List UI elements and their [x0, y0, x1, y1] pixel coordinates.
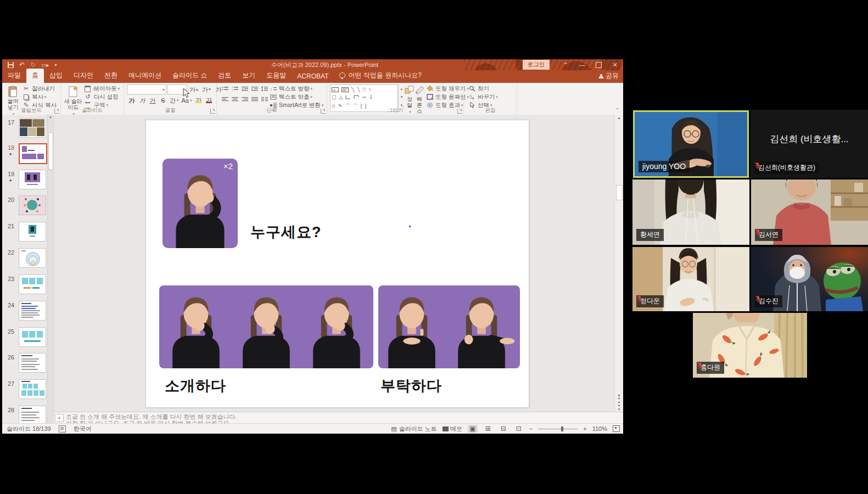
- memo-toggle-button[interactable]: 메모: [443, 425, 462, 433]
- notes-toggle-button[interactable]: ▤슬라이드 노트: [391, 425, 436, 433]
- scroll-thumb[interactable]: [616, 185, 623, 200]
- slide-question-text[interactable]: 누구세요?: [250, 222, 322, 242]
- zoom-in-button[interactable]: +: [583, 425, 586, 432]
- highlight-color-button[interactable]: 가: [194, 96, 204, 105]
- thumbnail-row-18[interactable]: 18 ★: [2, 143, 53, 169]
- font-color-button[interactable]: 가: [204, 96, 214, 105]
- save-icon[interactable]: [8, 62, 14, 68]
- proofing-icon[interactable]: [59, 425, 66, 433]
- next-slide-icon[interactable]: ▼▼: [618, 404, 621, 411]
- collapse-ribbon-icon[interactable]: ⌃: [615, 107, 620, 113]
- font-dialog-launcher[interactable]: [210, 109, 215, 114]
- tab-transitions[interactable]: 전환: [99, 69, 123, 83]
- thumbnail-preview-24[interactable]: [19, 301, 46, 321]
- previous-slide-icon[interactable]: ▲▲: [618, 396, 621, 403]
- thumbnail-row-23[interactable]: 23: [2, 274, 53, 300]
- share-button[interactable]: 공유: [599, 71, 619, 81]
- thumbnail-preview-26[interactable]: [19, 353, 46, 373]
- tab-design[interactable]: 디자인: [68, 69, 99, 83]
- fit-slide-button[interactable]: [613, 425, 620, 432]
- thumbnail-preview-25[interactable]: [19, 327, 46, 347]
- video-tile-jeongdawoon[interactable]: 정다운: [632, 247, 749, 311]
- align-text-button[interactable]: 텍스트 맞춤▾: [268, 93, 324, 101]
- replace-button[interactable]: 가바꾸기▾: [467, 93, 499, 101]
- login-button[interactable]: 로그인: [523, 60, 550, 70]
- align-right-icon[interactable]: [240, 96, 249, 103]
- bullets-icon[interactable]: [221, 85, 229, 92]
- clipboard-dialog-launcher[interactable]: [54, 109, 59, 114]
- thumbnail-preview-27[interactable]: [19, 379, 46, 399]
- tab-help[interactable]: 도움말: [261, 69, 292, 83]
- video-tile-kimsunhee[interactable]: 김선희 (비호생활... 김선희(비호생활관): [751, 110, 868, 178]
- video-tile-hongdawon[interactable]: 홍다원: [693, 313, 807, 378]
- thumb-scroll-up-icon[interactable]: ▲: [48, 115, 53, 119]
- italic-button[interactable]: 가: [137, 96, 147, 105]
- line-spacing-icon[interactable]: [260, 85, 268, 92]
- zoom-level[interactable]: 110%: [592, 425, 607, 432]
- thumbnail-preview-21[interactable]: [19, 222, 46, 242]
- layout-button[interactable]: 레이아웃▾: [82, 85, 121, 93]
- drawing-dialog-launcher[interactable]: [457, 109, 462, 114]
- undo-icon[interactable]: ↶: [19, 61, 25, 69]
- thumbnail-preview-18[interactable]: [19, 143, 47, 164]
- minimize-button[interactable]: —: [574, 59, 590, 70]
- zoom-slider[interactable]: [538, 429, 578, 429]
- slide-edit-area[interactable]: ×2 누구세요?: [54, 115, 623, 412]
- shape-outline-button[interactable]: 도형 윤곽선▾: [424, 93, 470, 101]
- notes-collapse-icon[interactable]: ▼: [55, 414, 64, 422]
- paragraph-dialog-launcher[interactable]: [321, 109, 326, 114]
- tab-view[interactable]: 보기: [237, 69, 261, 83]
- qat-customize-icon[interactable]: ▾: [55, 63, 57, 68]
- thumbnail-row-21[interactable]: 21: [2, 222, 53, 247]
- thumbnail-scroll-thumb[interactable]: [48, 132, 53, 170]
- video-tile-kimsujin[interactable]: 김수진: [751, 247, 868, 311]
- tab-review[interactable]: 검토: [212, 69, 237, 83]
- grow-font-button[interactable]: 가▲: [188, 85, 200, 94]
- thumbnail-preview-19[interactable]: [19, 170, 46, 189]
- columns-icon[interactable]: [260, 96, 268, 103]
- restore-button[interactable]: [590, 59, 607, 70]
- text-direction-button[interactable]: ↕텍스트 방향▾: [268, 85, 324, 93]
- scroll-up-icon[interactable]: ▲: [615, 116, 623, 120]
- thumbnail-row-26[interactable]: 26: [2, 353, 53, 378]
- tab-slideshow[interactable]: 슬라이드 쇼: [167, 69, 212, 83]
- shape-fill-button[interactable]: 도형 채우기▾: [424, 85, 470, 93]
- slide-nav-buttons[interactable]: ▲▲▼▼: [615, 396, 623, 412]
- language-indicator[interactable]: 한국어: [74, 425, 92, 433]
- thumbnail-row-20[interactable]: 20: [2, 195, 53, 221]
- thumbnail-row-17[interactable]: 17: [2, 118, 53, 143]
- redo-icon[interactable]: ↻: [30, 61, 36, 69]
- sign-image-question[interactable]: ×2: [163, 159, 238, 248]
- tab-file[interactable]: 파일: [2, 69, 26, 83]
- reset-button[interactable]: ↺다시 설정: [82, 93, 121, 101]
- video-tile-jiyoung[interactable]: jiyoung YOO: [633, 110, 749, 178]
- copy-button[interactable]: 복사▾: [21, 93, 58, 101]
- thumbnail-preview-20[interactable]: [19, 195, 46, 215]
- thumbnail-preview-28[interactable]: [19, 406, 46, 423]
- font-name-combo[interactable]: ▾: [127, 85, 166, 94]
- tab-home[interactable]: 홈: [26, 69, 44, 83]
- thumbnail-row-27[interactable]: 27: [2, 379, 53, 405]
- shrink-font-button[interactable]: 가▼: [201, 85, 212, 94]
- normal-view-button[interactable]: ▣: [468, 425, 478, 433]
- thumbnail-preview-17[interactable]: [19, 118, 46, 138]
- close-button[interactable]: ✕: [607, 59, 623, 70]
- slideshow-view-button[interactable]: ⊡: [514, 425, 524, 433]
- slide-sorter-view-button[interactable]: ⊞: [483, 425, 493, 433]
- find-button[interactable]: 찾기: [467, 85, 499, 93]
- thumbnail-row-22[interactable]: 22: [2, 248, 53, 273]
- notes-text[interactable]: 조금 전 소개 해 주셨는데요. 제 소개를 다시 한번 해 보겠습니다. 거창…: [66, 413, 237, 424]
- reading-view-button[interactable]: ⊟: [499, 425, 508, 433]
- thumbnail-scrollbar[interactable]: ▲: [47, 115, 53, 423]
- thumbnail-preview-23[interactable]: [19, 274, 46, 294]
- decrease-indent-icon[interactable]: [240, 85, 249, 92]
- start-slideshow-icon[interactable]: ▭▸: [41, 62, 49, 68]
- numbering-icon[interactable]: 12: [231, 85, 239, 92]
- tell-me-box[interactable]: 어떤 작업을 원하시나요?: [334, 69, 427, 83]
- justify-icon[interactable]: [250, 96, 259, 103]
- thumbnail-preview-22[interactable]: [19, 248, 46, 268]
- underline-button[interactable]: 가: [148, 96, 158, 105]
- sign-image-request[interactable]: [378, 285, 520, 368]
- word-request[interactable]: 부탁하다: [380, 376, 442, 396]
- notes-pane[interactable]: ▼ 조금 전 소개 해 주셨는데요. 제 소개를 다시 한번 해 보겠습니다. …: [54, 412, 623, 424]
